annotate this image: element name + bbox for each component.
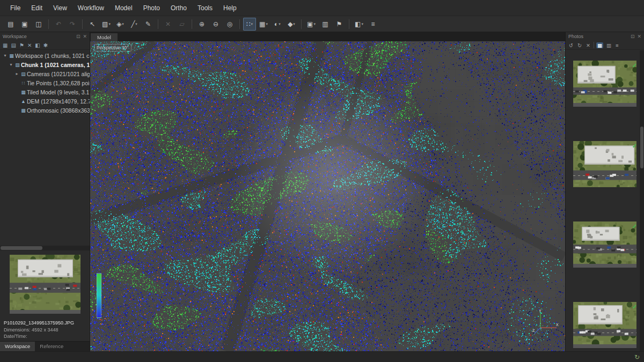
axis-y-label: Y [539,309,541,313]
reset-view-button[interactable]: ◎ [223,18,236,31]
dropdown-caret-icon[interactable]: ▾ [135,22,137,26]
tree-item-6[interactable]: ▩Orthomosaic (30868x36300, 3.17 cm/pix) [0,106,90,115]
tree-item-5[interactable]: ▲DEM (12798x14079, 12.7 cm/pix) [0,97,90,106]
tree-item-2[interactable]: ▸▤Cameras (1021/1021 aligned) [0,69,90,78]
expand-arrow-icon: ▾ [2,53,8,58]
photo-thumbnail-image[interactable] [573,61,636,107]
resize-region-button[interactable]: ◈▾ [114,18,127,31]
open-project-button[interactable]: ▣ [18,18,31,31]
tree-item-1[interactable]: ▾▧Chunk 1 (1021 cameras, 1,302,628 point… [0,60,90,69]
photo-preview-image[interactable] [10,255,80,314]
toolbar-separator [158,19,158,29]
model-shaded-view-button[interactable]: ▦▾ [257,18,270,31]
dehaze-view-button[interactable]: ◐▾ [271,18,284,31]
new-project-button[interactable]: ▤ [4,18,17,31]
photo-thumbnail-image[interactable] [573,302,636,348]
add-chunk-icon[interactable]: ▦ [3,42,8,48]
menu-item-help[interactable]: Help [218,2,241,14]
tree-item-0[interactable]: ▾▦Workspace (1 chunks, 1021 cameras) [0,51,90,60]
photo-thumbnail-item[interactable]: ✓ [566,221,644,293]
dropdown-caret-icon[interactable]: ▾ [279,22,281,26]
navigation-tool-button[interactable]: ↖ [86,18,99,31]
dropdown-caret-icon[interactable]: ▾ [108,22,111,26]
photos-panel-header: Photos ⊡✕ [566,32,644,41]
zoom-out-button[interactable]: ⊖ [209,18,222,31]
photo-thumbnail-item[interactable]: ✓ [566,61,644,132]
tab-workspace[interactable]: Workspace [0,342,35,351]
photo-thumbnail-item[interactable]: ✓ [566,141,644,213]
dropdown-caret-icon[interactable]: ▾ [251,22,253,26]
dem-icon: ▲ [20,99,27,104]
tree-item-label: Tiled Model (9 levels, 3.17 cm/pix) [27,89,90,95]
scrollbar-thumb[interactable] [640,127,643,168]
add-marker-icon[interactable]: ⚑ [19,42,24,48]
photo-info: P1010292_1349951375950.JPG Dimensions: 4… [0,318,90,341]
photo-thumbnail-image[interactable] [573,221,636,268]
tree-item-label: Orthomosaic (30868x36300, 3.17 cm/pix) [27,107,90,114]
delete-selection-icon: ✕ [165,20,171,28]
dropdown-caret-icon[interactable]: ▾ [122,22,124,26]
chunk-icon: ▧ [14,62,21,68]
show-thumbnails-button[interactable]: ▥ [319,18,332,31]
show-markers-button[interactable]: ⚑ [333,18,346,31]
dropdown-caret-icon[interactable]: ▾ [293,22,295,26]
ruler-tool-button[interactable]: ╱▾ [128,18,141,31]
remove-item-icon[interactable]: ✕ [27,42,32,48]
show-cameras-icon: ▣ [307,20,313,28]
menu-item-workflow[interactable]: Workflow [73,2,109,14]
crop-selection-icon: ▱ [179,20,184,28]
menu-item-tools[interactable]: Tools [193,2,217,14]
scrollbar-thumb[interactable] [1,246,42,250]
dropdown-caret-icon[interactable]: ▾ [361,22,363,26]
remove-photo-icon[interactable]: ✕ [585,42,591,48]
menu-item-file[interactable]: File [5,2,25,14]
menu-item-edit[interactable]: Edit [26,2,47,14]
toolbar-separator [239,19,240,29]
sync-status-icon[interactable]: ↻ [634,353,640,361]
model-viewport[interactable]: Perspective 30° X Y Z [90,41,565,351]
close-panel-icon[interactable]: ✕ [83,34,87,39]
rotate-left-icon[interactable]: ↺ [568,42,574,48]
float-panel-icon[interactable]: ⊡ [631,34,635,39]
split-view-button[interactable]: ◧▾ [353,18,365,31]
tiled-model-view-button[interactable]: ◆▾ [285,18,298,31]
workspace-horizontal-scrollbar[interactable] [0,246,90,250]
rectangle-selection-button[interactable]: ▧▾ [100,18,113,31]
checkmark-icon: ✓ [632,304,637,311]
show-contours-button[interactable]: ≡ [367,18,379,31]
delete-selection-button: ✕ [162,18,174,31]
filter-photos-icon[interactable]: ◧ [35,42,40,48]
photo-thumbnail-image[interactable] [573,141,636,187]
settings-icon[interactable]: ✱ [43,42,48,48]
rotate-right-icon[interactable]: ↻ [576,42,583,48]
save-project-button[interactable]: ◫ [32,18,45,31]
tree-item-4[interactable]: ▦Tiled Model (9 levels, 3.17 cm/pix) [0,87,90,97]
menu-item-photo[interactable]: Photo [138,2,165,14]
dropdown-caret-icon[interactable]: ▾ [313,22,316,26]
large-view-icon[interactable]: ▥ [605,42,612,48]
tree-item-3[interactable]: ∷Tie Points (1,302,628 points) [0,78,90,87]
tab-reference[interactable]: Reference [35,342,68,351]
show-cameras-button[interactable]: ▣▾ [305,18,318,31]
thumbnail-view-icon[interactable]: ▦ [596,42,603,48]
menu-item-model[interactable]: Model [110,2,137,14]
tab-model[interactable]: Model [91,33,118,41]
close-panel-icon[interactable]: ✕ [637,34,641,39]
point-cloud-canvas[interactable] [90,41,565,351]
menu-item-ortho[interactable]: Ortho [166,2,192,14]
checkmark-icon: ✓ [632,62,637,69]
float-panel-icon[interactable]: ⊡ [76,34,80,39]
zoom-in-button[interactable]: ⊕ [195,18,208,31]
menu-item-view[interactable]: View [48,2,72,14]
new-project-icon: ▤ [8,20,13,28]
details-view-icon[interactable]: ≡ [614,42,620,48]
add-photos-icon[interactable]: ▤ [11,42,16,48]
point-cloud-view-button[interactable]: ∷▾ [243,18,256,31]
navigation-tool-icon: ↖ [90,20,95,28]
draw-tool-button[interactable]: ✎ [142,18,155,31]
model-shaded-view-icon: ▦ [259,20,265,28]
undo-icon: ↶ [56,20,61,28]
dropdown-caret-icon[interactable]: ▾ [266,22,268,26]
photos-vertical-scrollbar[interactable] [640,50,644,351]
main-toolbar: ▤▣◫↶↷↖▧▾◈▾╱▾✎✕▱⊕⊖◎∷▾▦▾◐▾◆▾▣▾▥⚑◧▾≡ [0,16,644,32]
